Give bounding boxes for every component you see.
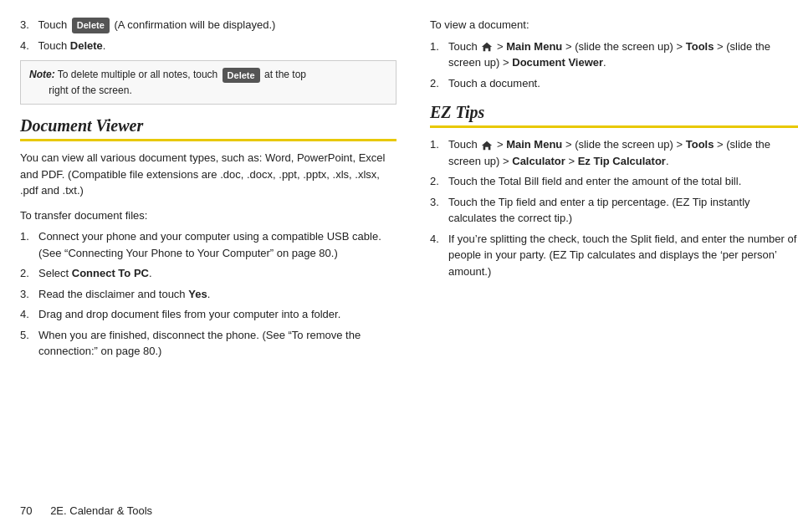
transfer-step-2: 2. Select Connect To PC. — [20, 265, 396, 282]
ez-step-3-num: 3. — [430, 194, 448, 227]
view-step-2: 2. Touch a document. — [430, 75, 798, 92]
view-step-2-num: 2. — [430, 75, 448, 92]
transfer-label: To transfer document files: — [20, 207, 396, 224]
ez-tips-steps-list: 1. Touch > Main Menu > (slide the screen… — [430, 136, 798, 279]
ez-step-4-text: If you’re splitting the check, touch the… — [448, 231, 798, 280]
section-divider-right — [430, 125, 798, 128]
ez-step-3: 3. Touch the Tip field and enter a tip p… — [430, 194, 798, 227]
transfer-step-3-num: 3. — [20, 286, 38, 303]
page-section: 2E. Calendar & Tools — [50, 504, 152, 517]
step-3-text-after: (A confirmation will be displayed.) — [114, 18, 275, 31]
transfer-step-2-num: 2. — [20, 265, 38, 282]
note-label: Note: — [29, 69, 55, 80]
view-step-2-text: Touch a document. — [448, 75, 798, 92]
ez-step-2: 2. Touch the Total Bill field and enter … — [430, 173, 798, 190]
transfer-step-1-num: 1. — [20, 228, 38, 261]
delete-button-inline-2: Delete — [223, 68, 260, 84]
ez-step-1: 1. Touch > Main Menu > (slide the screen… — [430, 136, 798, 169]
transfer-step-4: 4. Drag and drop document files from you… — [20, 306, 396, 323]
step-3: 3. Touch Delete (A confirmation will be … — [20, 17, 396, 33]
document-viewer-section: Document Viewer You can view all various… — [20, 116, 396, 360]
right-column: To view a document: 1. Touch > Main Menu… — [413, 17, 798, 515]
view-step-1-text: Touch > Main Menu > (slide the screen up… — [448, 38, 798, 71]
home-icon-1 — [481, 41, 493, 53]
step-3-num: 3. — [20, 18, 35, 31]
transfer-step-1: 1. Connect your phone and your computer … — [20, 228, 396, 261]
page-number: 70 — [20, 504, 32, 517]
transfer-step-4-text: Drag and drop document files from your c… — [38, 306, 396, 323]
delete-button-inline-1: Delete — [72, 18, 110, 33]
step-4-num: 4. — [20, 39, 35, 52]
ez-step-4-num: 4. — [430, 231, 448, 280]
step-4-text: Touch Delete. — [38, 39, 105, 52]
step-4: 4. Touch Delete. — [20, 38, 396, 54]
view-steps-list: 1. Touch > Main Menu > (slide the screen… — [430, 38, 798, 92]
document-viewer-intro: You can view all various document types,… — [20, 150, 396, 199]
transfer-step-1-text: Connect your phone and your computer usi… — [38, 228, 396, 261]
transfer-steps-list: 1. Connect your phone and your computer … — [20, 228, 396, 360]
view-step-1-num: 1. — [430, 38, 448, 71]
view-label: To view a document: — [430, 17, 798, 33]
left-column: 3. Touch Delete (A confirmation will be … — [20, 17, 413, 515]
transfer-step-5: 5. When you are finished, disconnect the… — [20, 327, 396, 360]
transfer-step-2-text: Select Connect To PC. — [38, 265, 396, 282]
transfer-step-3-text: Read the disclaimer and touch Yes. — [38, 286, 396, 303]
note-text-before: To delete multiple or all notes, touch — [58, 69, 221, 80]
page-footer: 70 2E. Calendar & Tools — [20, 504, 152, 517]
ez-tips-section: EZ Tips 1. Touch > Main Menu > (slide th… — [430, 103, 798, 279]
transfer-step-5-text: When you are finished, disconnect the ph… — [38, 327, 396, 360]
transfer-step-3: 3. Read the disclaimer and touch Yes. — [20, 286, 396, 303]
ez-step-3-text: Touch the Tip field and enter a tip perc… — [448, 194, 798, 227]
ez-step-4: 4. If you’re splitting the check, touch … — [430, 231, 798, 280]
view-step-1: 1. Touch > Main Menu > (slide the screen… — [430, 38, 798, 71]
ez-step-2-text: Touch the Total Bill field and enter the… — [448, 173, 798, 190]
ez-step-1-text: Touch > Main Menu > (slide the screen up… — [448, 136, 798, 169]
document-viewer-title: Document Viewer — [20, 116, 396, 136]
ez-step-1-num: 1. — [430, 136, 448, 169]
ez-tips-title: EZ Tips — [430, 103, 798, 122]
home-icon-2 — [481, 140, 493, 151]
step-3-text-before: Touch — [38, 18, 69, 31]
ez-step-2-num: 2. — [430, 173, 448, 190]
transfer-step-5-num: 5. — [20, 327, 38, 360]
transfer-step-4-num: 4. — [20, 306, 38, 323]
page-container: 3. Touch Delete (A confirmation will be … — [0, 0, 798, 532]
section-divider-left — [20, 139, 396, 141]
note-box: Note: To delete multiple or all notes, t… — [20, 60, 396, 105]
